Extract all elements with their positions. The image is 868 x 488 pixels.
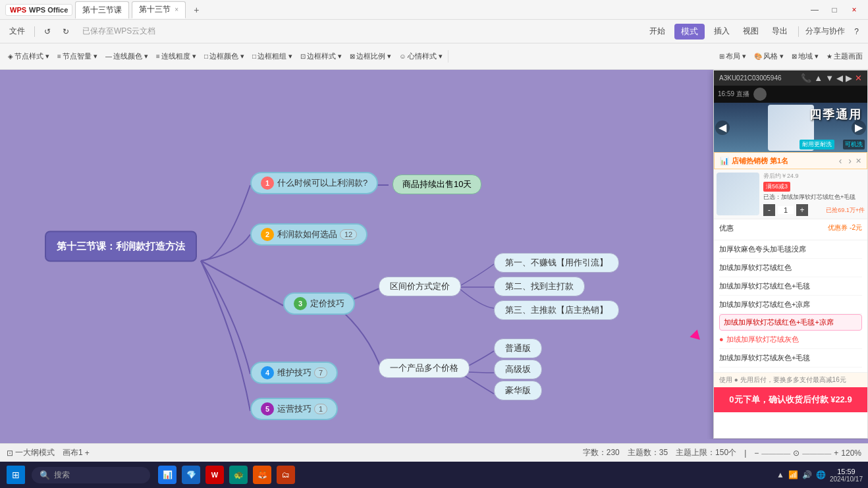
discount-label: 优惠 [719, 223, 734, 233]
taskbar-app-3[interactable]: W [204, 464, 225, 485]
root-node[interactable]: 第十三节课：利润款打造方法 [45, 231, 197, 262]
discount-coupon: 优惠券 -2元 [828, 223, 862, 233]
video-prev-button[interactable]: ◀ [715, 121, 730, 135]
redo-btn[interactable]: ↻ [59, 26, 73, 38]
video-next-button[interactable]: ▶ [852, 121, 866, 135]
sub-item-first[interactable]: 第一、不赚钱【用作引流】 [494, 253, 619, 273]
help-btn[interactable]: ? [850, 26, 863, 38]
zoom-out-btn[interactable]: − [754, 448, 759, 458]
sub-item-second[interactable]: 第二、找到主打款 [494, 277, 585, 296]
branch-num-5: 5 [261, 402, 274, 416]
taskbar-app-6[interactable]: 🗂 [275, 464, 296, 485]
canvas-name[interactable]: 画布1 + [63, 447, 90, 458]
option-item[interactable]: 加厚软麻色夸头加毛毯没席 [719, 240, 862, 259]
tray-icon-network[interactable]: 🌐 [816, 470, 826, 479]
mood-style-btn[interactable]: ☺心情样式 ▾ [396, 50, 445, 63]
branch5[interactable]: 5 运营技巧 1 [250, 398, 338, 420]
close-button[interactable]: × [846, 3, 863, 17]
mode-tab[interactable]: 模式 [674, 24, 705, 40]
taskbar-app-4[interactable]: 🐢 [228, 464, 249, 485]
tray-icon-wifi[interactable]: 📶 [788, 470, 798, 479]
share-collaborate-btn[interactable]: 分享与协作 [805, 26, 845, 37]
option-item[interactable]: 加绒加厚软灯芯绒红色 [719, 259, 862, 277]
node-style-btn[interactable]: ◈节点样式 ▾ [5, 50, 52, 63]
zoom-slider[interactable]: ⊙ [793, 448, 800, 458]
tray-icon-1[interactable]: ▲ [776, 470, 784, 479]
guide-tab[interactable]: 导出 [768, 24, 792, 38]
branch3[interactable]: 3 定价技巧 [283, 292, 355, 315]
minimize-button[interactable]: — [806, 3, 823, 17]
sub-item-luxury[interactable]: 豪华版 [494, 381, 542, 400]
arrow-up-icon[interactable]: ▲ [814, 73, 823, 83]
branch2[interactable]: 2 利润款如何选品 12 [250, 223, 367, 246]
branch1-sub[interactable]: 商品持续出售10天 [393, 175, 481, 194]
options-list[interactable]: 加厚软麻色夸头加毛毯没席 加绒加厚软灯芯绒红色 加绒加厚软灯芯绒红色+毛毯 加绒… [714, 240, 867, 372]
arrow-left-icon[interactable]: ◀ [836, 73, 843, 83]
new-tab-button[interactable]: + [188, 2, 204, 18]
next-product-btn[interactable]: › [846, 155, 854, 166]
border-style-btn[interactable]: ⊡边框样式 ▾ [298, 50, 344, 63]
taskbar-clock[interactable]: 15:59 2024/10/17 [830, 468, 863, 483]
selected-spec: 已选：加绒加厚软灯芯绒红色+毛毯 [763, 193, 865, 202]
sub-group-price-range[interactable]: 区间价方式定价 [379, 277, 461, 296]
maximize-button[interactable]: □ [826, 3, 843, 17]
tray-icon-sound[interactable]: 🔊 [802, 470, 812, 479]
line-width-btn[interactable]: ≡连线粗度 ▾ [153, 50, 199, 63]
line-color-btn[interactable]: —连线颜色 ▾ [103, 50, 151, 63]
insert-tab[interactable]: 插入 [710, 24, 734, 38]
taskbar-app-5[interactable]: 🦊 [252, 464, 273, 485]
qty-increase-button[interactable]: + [796, 204, 808, 216]
option-item-active[interactable]: ●加绒加厚软灯芯绒灰色 [719, 331, 862, 349]
branch4[interactable]: 4 维护技巧 7 [250, 362, 338, 384]
undo-btn[interactable]: ↺ [40, 26, 55, 38]
coupon-row: 使用 ● 先用后付，要换多多支付最高减16元 [714, 372, 867, 387]
tab-lesson13-course[interactable]: 第十三节课 [75, 1, 129, 18]
option-item[interactable]: 加绒加厚软灯芯绒灰色+凉席 [719, 367, 862, 372]
buy-button[interactable]: 0元下单，确认收货后付款 ¥22.9 [714, 387, 867, 412]
taskbar: ⊞ 🔍 搜索 📊 💎 W 🐢 🦊 🗂 [0, 462, 868, 488]
node-amount-btn[interactable]: ≡节点智量 ▾ [55, 50, 100, 63]
taskbar-search[interactable]: 🔍 搜索 [32, 467, 150, 483]
prev-product-btn[interactable]: ‹ [836, 155, 845, 166]
taskbar-app-2[interactable]: 💎 [180, 464, 202, 485]
sub-item-basic[interactable]: 普通版 [494, 339, 542, 358]
sub-group-multi-price[interactable]: 一个产品多个价格 [379, 358, 470, 378]
taskbar-app-1[interactable]: 📊 [157, 464, 178, 485]
phone-icon[interactable]: 📞 [801, 73, 811, 83]
zoom-in-btn[interactable]: + [834, 448, 838, 458]
sub-item-third[interactable]: 第三、主推款【店主热销】 [494, 300, 619, 320]
option-item[interactable]: 加绒加厚软灯芯绒红色+凉席 [719, 296, 862, 314]
tab-label: 第十三节 [139, 4, 171, 15]
start-tab[interactable]: 开始 [645, 24, 669, 38]
branch1[interactable]: 1 什么时候可以上利润款? [250, 172, 378, 194]
style-btn[interactable]: 🎨风格 ▾ [751, 50, 786, 63]
tab-close-icon[interactable]: × [175, 6, 178, 13]
qty-decrease-button[interactable]: - [763, 204, 775, 216]
option-item[interactable]: 加绒加厚软灯芯绒红色+毛毯 [719, 277, 862, 296]
start-button[interactable]: ⊞ [0, 466, 32, 484]
file-menu[interactable]: 文件 [5, 24, 29, 38]
view-mode-btn[interactable]: ⊡ 一大纲模式 [7, 447, 55, 458]
arrow-down-icon[interactable]: ▼ [825, 73, 834, 83]
wps-logo[interactable]: WPS WPS Office [5, 4, 72, 16]
branch-num-4: 4 [261, 366, 274, 379]
panel-close-icon[interactable]: ✕ [855, 73, 862, 83]
border-color-btn[interactable]: □边框颜色 ▾ [202, 50, 247, 63]
border-width-btn[interactable]: □边框粗组 ▾ [250, 50, 295, 63]
view-tab[interactable]: 视图 [739, 24, 763, 38]
hot-close-btn[interactable]: ✕ [855, 157, 861, 165]
tab-lesson13[interactable]: 第十三节 × [132, 1, 186, 18]
panel-time-row: 16:59 直播 [714, 86, 867, 103]
theme-btn[interactable]: ★主题画面 [824, 50, 865, 63]
zoom-controls: − ———— ⊙ ———— + 120% [754, 448, 861, 458]
territory-btn[interactable]: ⊠地域 ▾ [789, 50, 821, 63]
border-ratio-btn[interactable]: ⊠边框比例 ▾ [347, 50, 394, 63]
sub-item-advanced[interactable]: 高级坂 [494, 360, 542, 379]
streamer-avatar [753, 88, 767, 101]
option-item[interactable]: 加绒加厚软灯芯绒灰色+毛毯 [719, 349, 862, 367]
option-item-selected[interactable]: 加绒加厚软灯芯绒红色+毛毯+凉席 [719, 314, 862, 331]
time-display: 15:59 [830, 468, 863, 475]
separator: | [744, 448, 746, 458]
arrow-right-icon[interactable]: ▶ [846, 73, 852, 83]
layout-btn[interactable]: ⊞布局 ▾ [717, 50, 749, 63]
